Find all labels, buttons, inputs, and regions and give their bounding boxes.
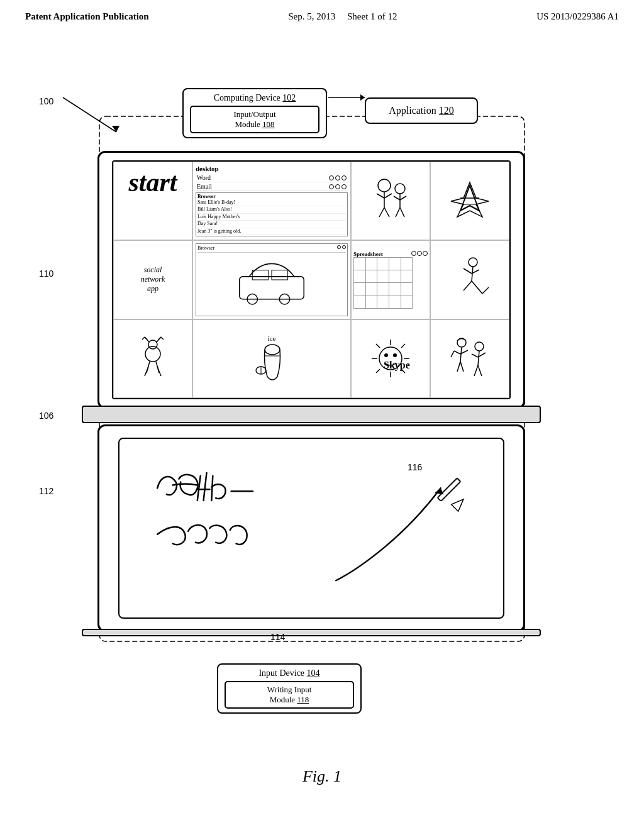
lois-row2: Day Sara! [197, 221, 346, 228]
writing-module-number: Module 118 [270, 695, 309, 704]
deer-icon [131, 335, 175, 382]
jean-row: Jean 3" is getting old. [197, 228, 346, 235]
word-icons [329, 175, 347, 180]
publication-label: Patent Application Publication [25, 11, 149, 22]
main-diagram: 100 Computing Device 102 Input/Output Mo… [0, 28, 644, 795]
svg-rect-32 [252, 270, 269, 280]
svg-line-19 [384, 194, 392, 198]
io-module-number: Module 108 [235, 119, 274, 129]
svg-point-34 [469, 258, 477, 267]
date-label: Sep. 5, 2013 [288, 11, 335, 21]
browser-window: Browser Sara Ellie's B-day! Bill Liam's … [196, 192, 348, 236]
deer-cell [113, 319, 192, 398]
svg-line-36 [464, 268, 472, 274]
svg-line-38 [464, 281, 472, 290]
figure-label: Fig. 1 [303, 767, 341, 786]
icon-circle-2 [335, 175, 340, 180]
input-device-box: Input Device 104 Writing Input Module 11… [217, 663, 362, 714]
karate-cell [430, 240, 509, 319]
svg-point-22 [395, 184, 405, 194]
desktop-grid: start desktop Word [113, 162, 509, 398]
svg-line-18 [377, 194, 384, 198]
svg-line-71 [451, 351, 454, 357]
shaker-icon [255, 342, 289, 383]
ref-110: 110 [39, 268, 53, 279]
svg-line-39 [472, 281, 482, 294]
svg-line-27 [400, 208, 404, 217]
ref-112: 112 [39, 486, 53, 496]
tablet-display [97, 424, 525, 632]
airplane-cell [430, 162, 509, 240]
sp-icon-1 [411, 251, 416, 256]
sp-icon-3 [423, 251, 428, 256]
io-module-label: Input/Output [233, 109, 275, 119]
computing-device-number: 102 [282, 93, 296, 102]
browser-rows: Sara Ellie's B-day! Bill Liam's Also! Lo… [197, 199, 346, 235]
tablet-screen [118, 438, 504, 619]
ice-label: ice [268, 335, 276, 342]
svg-line-76 [478, 351, 479, 365]
application-label: Application 120 [389, 105, 454, 116]
spreadsheet-grid [353, 257, 413, 309]
lois-row: Lois Happy Mother's [197, 214, 346, 221]
svg-line-51 [145, 367, 148, 376]
email-icons [329, 184, 347, 189]
svg-point-67 [393, 353, 397, 357]
icon-circle-3 [341, 175, 347, 180]
sheet-label: Sheet 1 of 12 [347, 11, 397, 21]
desktop-label: desktop [196, 165, 348, 172]
sun-cell [351, 319, 430, 398]
spreadsheet-cell: Spreadsheet [351, 240, 430, 319]
computing-device-title: Computing Device 102 [190, 93, 319, 103]
airplane-icon [448, 179, 492, 223]
skype-label: Skype [384, 360, 410, 371]
svg-line-77 [472, 354, 478, 357]
svg-point-16 [378, 179, 391, 192]
svg-line-74 [460, 362, 464, 372]
svg-rect-33 [272, 270, 288, 280]
icon-circle-1 [329, 175, 334, 180]
social-network-cell: social network app [113, 240, 192, 319]
sara-row: Sara Ellie's B-day! [197, 199, 346, 206]
svg-line-20 [379, 208, 384, 217]
car-image [197, 254, 346, 306]
svg-point-66 [384, 353, 388, 357]
construction-icon [448, 335, 492, 382]
svg-line-70 [454, 351, 460, 354]
svg-line-80 [478, 365, 482, 376]
svg-line-48 [161, 337, 164, 340]
writing-module-box: Writing Input Module 118 [225, 681, 354, 709]
svg-line-44 [142, 337, 145, 340]
ref-114: 114 [270, 632, 285, 642]
svg-marker-28 [451, 182, 489, 217]
tablet-base [82, 629, 541, 636]
ref-106: 106 [39, 411, 53, 421]
handwriting-area [119, 439, 503, 617]
email-row: Email [196, 182, 348, 191]
application-box: Application 120 [365, 97, 478, 124]
writing-module-label: Writing Input [267, 685, 312, 694]
browser-label: Browser [197, 194, 346, 199]
sp-icon-2 [417, 251, 422, 256]
laptop-display: start desktop Word [97, 151, 525, 409]
input-device-title: Input Device 104 [225, 668, 354, 678]
social-label: social network app [141, 265, 165, 294]
ref-100: 100 [39, 96, 53, 106]
bill-row: Bill Liam's Also! [197, 206, 346, 213]
date-sheet-label: Sep. 5, 2013 Sheet 1 of 12 [288, 11, 397, 22]
browser-label-2: Browser [197, 245, 214, 251]
svg-line-40 [482, 287, 489, 294]
laptop-base [82, 406, 541, 423]
svg-line-24 [394, 196, 400, 200]
laptop-screen: start desktop Word [112, 160, 511, 399]
input-device-number: 104 [307, 668, 320, 678]
ice-cell: ice [192, 319, 351, 398]
sun-face-icon [369, 336, 413, 380]
svg-line-73 [457, 362, 460, 372]
patent-number-label: US 2013/0229386 A1 [536, 11, 619, 22]
start-label: start [128, 167, 177, 197]
svg-line-21 [384, 208, 389, 217]
svg-line-64 [401, 344, 405, 348]
desktop-cell: desktop Word Email [192, 162, 351, 240]
svg-point-42 [148, 340, 157, 349]
